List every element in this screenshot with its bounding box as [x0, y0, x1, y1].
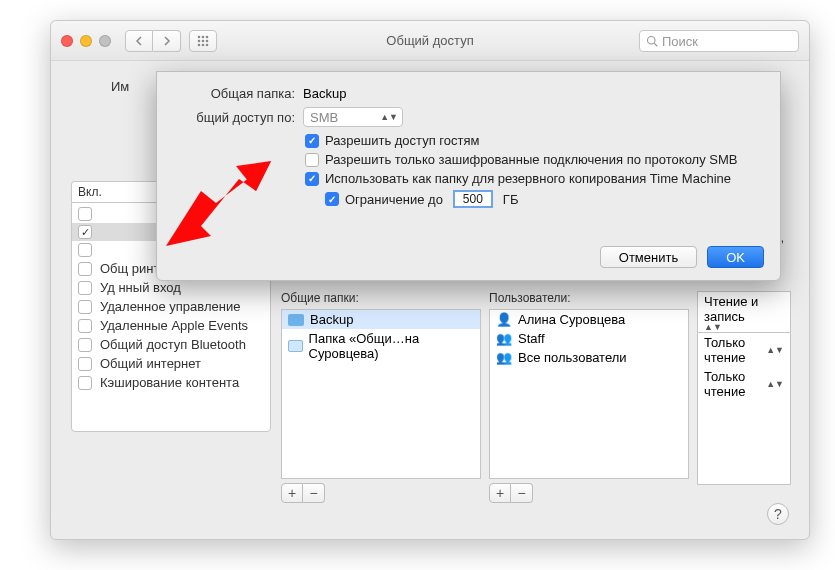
add-user-button[interactable]: +	[489, 483, 511, 503]
minimize-icon[interactable]	[80, 35, 92, 47]
checkbox[interactable]	[325, 192, 339, 206]
user-icon: 👥	[496, 331, 512, 346]
limit-unit: ГБ	[503, 192, 519, 207]
option-label: Разрешить доступ гостям	[325, 133, 479, 148]
forward-button[interactable]	[153, 30, 181, 52]
folders-list[interactable]: BackupПапка «Общи…на Суровцева)	[281, 309, 481, 479]
checkbox[interactable]	[78, 319, 92, 333]
folders-column-header: Общие папки:	[281, 291, 481, 305]
sidebar-item-label: Общий доступ Bluetooth	[100, 337, 246, 352]
checkbox[interactable]	[305, 153, 319, 167]
checkbox[interactable]	[78, 281, 92, 295]
svg-point-5	[206, 39, 209, 42]
option-row[interactable]: Разрешить только зашифрованные подключен…	[305, 152, 762, 167]
svg-point-4	[202, 39, 205, 42]
folder-label: Backup	[310, 312, 353, 327]
user-row[interactable]: 👤Алина Суровцева	[490, 310, 688, 329]
chevron-updown-icon: ▲▼	[766, 381, 784, 387]
users-list[interactable]: 👤Алина Суровцева👥Staff👥Все пользователи	[489, 309, 689, 479]
option-label: Использовать как папку для резервного ко…	[325, 171, 731, 186]
folder-row[interactable]: Backup	[282, 310, 480, 329]
folder-row[interactable]: Папка «Общи…на Суровцева)	[282, 329, 480, 363]
ok-button[interactable]: OK	[707, 246, 764, 268]
checkbox[interactable]	[78, 300, 92, 314]
folder-icon	[288, 314, 304, 326]
user-label: Алина Суровцева	[518, 312, 625, 327]
permission-label: Только чтение	[704, 369, 760, 399]
remove-user-button[interactable]: −	[511, 483, 533, 503]
limit-label: Ограничение до	[345, 192, 443, 207]
checkbox[interactable]	[78, 376, 92, 390]
user-label: Все пользователи	[518, 350, 627, 365]
chevron-updown-icon: ▲▼	[766, 347, 784, 353]
add-folder-button[interactable]: +	[281, 483, 303, 503]
option-row[interactable]: Разрешить доступ гостям	[305, 133, 762, 148]
remove-folder-button[interactable]: −	[303, 483, 325, 503]
checkbox[interactable]	[78, 357, 92, 371]
sidebar-item[interactable]: Удаленное управление	[72, 297, 270, 316]
sidebar-item-label: Кэширование контента	[100, 375, 239, 390]
show-all-button[interactable]	[189, 30, 217, 52]
zoom-icon	[99, 35, 111, 47]
sidebar-item[interactable]: Удаленные Apple Events	[72, 316, 270, 335]
protocol-select[interactable]: SMB ▲▼	[303, 107, 403, 127]
user-row[interactable]: 👥Все пользователи	[490, 348, 688, 367]
share-via-label: бщий доступ по:	[163, 110, 295, 125]
shared-folder-label: Общая папка:	[175, 86, 295, 101]
sidebar-item-label: Уд нный вход	[100, 280, 181, 295]
users-column-header: Пользователи:	[489, 291, 689, 305]
sidebar-item[interactable]: Общий интернет	[72, 354, 270, 373]
chevron-updown-icon: ▲▼	[704, 324, 784, 330]
chevron-updown-icon: ▲▼	[380, 114, 398, 120]
svg-point-6	[198, 43, 201, 46]
permission-row[interactable]: Только чтение▲▼	[698, 333, 790, 367]
svg-point-0	[198, 35, 201, 38]
svg-point-9	[648, 37, 656, 45]
checkbox[interactable]	[78, 243, 92, 257]
permissions-column-header[interactable]: Чтение и запись ▲▼	[697, 291, 791, 333]
checkbox[interactable]	[78, 207, 92, 221]
close-icon[interactable]	[61, 35, 73, 47]
permission-label: Только чтение	[704, 335, 760, 365]
svg-point-8	[206, 43, 209, 46]
user-icon: 👥	[496, 350, 512, 365]
search-placeholder: Поиск	[662, 34, 698, 49]
cancel-button[interactable]: Отменить	[600, 246, 697, 268]
permission-row[interactable]: Только чтение▲▼	[698, 367, 790, 401]
svg-point-2	[206, 35, 209, 38]
checkbox[interactable]	[305, 134, 319, 148]
folder-icon	[288, 340, 303, 352]
sidebar-item-label: Удаленные Apple Events	[100, 318, 248, 333]
help-button[interactable]: ?	[767, 503, 789, 525]
checkbox[interactable]	[78, 338, 92, 352]
option-row[interactable]: Использовать как папку для резервного ко…	[305, 171, 762, 186]
svg-point-3	[198, 39, 201, 42]
svg-line-10	[654, 43, 657, 46]
user-row[interactable]: 👥Staff	[490, 329, 688, 348]
limit-row: Ограничение доГБ	[325, 190, 762, 208]
sidebar-item[interactable]: Общий доступ Bluetooth	[72, 335, 270, 354]
folder-options-sheet: Общая папка: Backup бщий доступ по: SMB …	[156, 71, 781, 281]
sidebar-item[interactable]: Кэширование контента	[72, 373, 270, 392]
search-input[interactable]: Поиск	[639, 30, 799, 52]
svg-point-7	[202, 43, 205, 46]
titlebar: Общий доступ Поиск	[51, 21, 809, 61]
sidebar-item-label: Общий интернет	[100, 356, 201, 371]
sidebar-item-label: Удаленное управление	[100, 299, 240, 314]
user-icon: 👤	[496, 312, 512, 327]
shared-folder-value: Backup	[303, 86, 346, 101]
back-button[interactable]	[125, 30, 153, 52]
search-icon	[646, 35, 658, 47]
folder-label: Папка «Общи…на Суровцева)	[309, 331, 474, 361]
user-label: Staff	[518, 331, 545, 346]
checkbox[interactable]	[78, 262, 92, 276]
permissions-list: Только чтение▲▼Только чтение▲▼	[697, 333, 791, 485]
limit-input[interactable]	[453, 190, 493, 208]
checkbox[interactable]	[78, 225, 92, 239]
svg-point-1	[202, 35, 205, 38]
checkbox[interactable]	[305, 172, 319, 186]
preferences-window: Общий доступ Поиск Им Вкл. Общ ринтерыУд…	[50, 20, 810, 540]
option-label: Разрешить только зашифрованные подключен…	[325, 152, 737, 167]
